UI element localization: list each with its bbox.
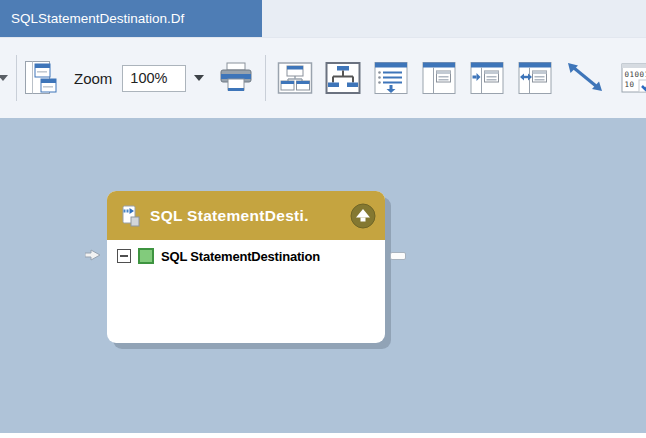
panel-resize-button[interactable] — [516, 58, 554, 98]
printer-icon — [218, 60, 254, 96]
panel-window-icon — [421, 60, 457, 96]
designer-window: SQLStatementDestination.Df Zoom 100% — [0, 0, 646, 438]
design-canvas[interactable]: SQL StatementDesti. SQL StatementDestina… — [0, 118, 646, 433]
toolbar: Zoom 100% — [0, 37, 646, 118]
org-chart-layout-icon — [277, 60, 313, 96]
toolbar-separator — [16, 55, 17, 101]
panel-resize-icon — [517, 60, 553, 96]
document-tab-label: SQLStatementDestination.Df — [11, 11, 184, 26]
dataflow-node-body: SQL StatementDestination — [107, 240, 385, 264]
tree-layout-button[interactable] — [324, 58, 362, 98]
data-viewer-button[interactable]: 01001 10 — [618, 58, 646, 98]
input-connector[interactable] — [85, 249, 103, 261]
output-connector[interactable] — [390, 252, 406, 260]
connector-line-icon — [564, 59, 608, 97]
collapse-toggle-icon[interactable] — [117, 249, 131, 263]
svg-text:10: 10 — [625, 80, 635, 89]
zoom-value: 100% — [130, 70, 167, 86]
dataflow-node-header[interactable]: SQL StatementDesti. — [107, 191, 385, 240]
node-collapse-button[interactable] — [350, 203, 376, 229]
autosize-list-button[interactable] — [372, 58, 410, 98]
org-chart-layout-button[interactable] — [276, 58, 314, 98]
layout-icon-group: 01001 10 — [276, 58, 646, 98]
tree-layout-icon — [325, 60, 361, 96]
panel-expand-icon — [469, 60, 505, 96]
bottom-strip — [0, 433, 646, 438]
dataflow-node[interactable]: SQL StatementDesti. SQL StatementDestina… — [107, 191, 385, 343]
print-button[interactable] — [217, 58, 255, 98]
toolbar-overflow-chevron-icon[interactable] — [0, 75, 8, 81]
panel-window-button[interactable] — [420, 58, 458, 98]
zoom-combobox[interactable]: 100% — [122, 65, 186, 92]
zoom-label: Zoom — [74, 70, 112, 87]
node-item-row[interactable]: SQL StatementDestination — [107, 248, 385, 264]
destination-component-icon — [119, 203, 143, 229]
flow-layout-icon — [24, 59, 58, 97]
status-indicator-icon — [138, 248, 154, 264]
autosize-list-icon — [373, 60, 409, 96]
data-viewer-icon: 01001 10 — [619, 60, 646, 96]
flow-layout-button[interactable] — [22, 58, 60, 98]
panel-expand-button[interactable] — [468, 58, 506, 98]
toolbar-separator — [265, 55, 266, 101]
connector-line-button[interactable] — [564, 58, 608, 98]
tab-bar: SQLStatementDestination.Df — [0, 0, 646, 37]
node-title: SQL StatementDesti. — [150, 207, 346, 225]
svg-text:01001: 01001 — [625, 70, 646, 79]
node-item-label: SQL StatementDestination — [161, 249, 320, 264]
document-tab[interactable]: SQLStatementDestination.Df — [0, 0, 262, 37]
zoom-combobox-arrow-icon[interactable] — [194, 75, 204, 81]
